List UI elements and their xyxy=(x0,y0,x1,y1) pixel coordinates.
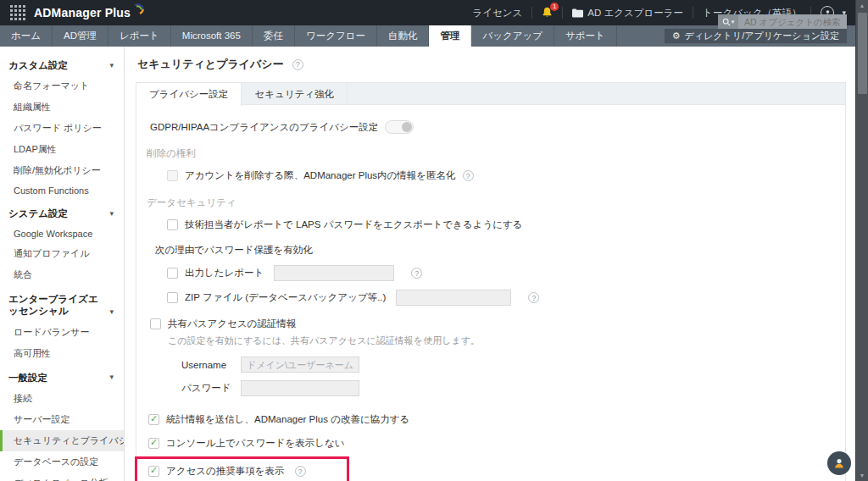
password-input[interactable] xyxy=(241,380,359,396)
help-icon[interactable]: ? xyxy=(463,170,474,181)
sidebar-item-database-settings[interactable]: データベースの設定 xyxy=(0,451,124,473)
vertical-scrollbar[interactable]: ▲ ▼ xyxy=(855,0,868,481)
access-recommendation-checkbox[interactable] xyxy=(148,466,159,477)
sidebar-section-system-settings[interactable]: システム設定 ▾ xyxy=(0,200,124,224)
help-icon[interactable]: ? xyxy=(411,268,422,279)
sidebar-item-security-privacy[interactable]: セキュリティとプライバシー xyxy=(0,430,124,451)
gear-icon: ⚙ xyxy=(672,31,681,41)
sidebar-section-general-settings[interactable]: 一般設定 ▾ xyxy=(0,364,124,388)
gdpr-compliance-toggle[interactable] xyxy=(385,120,414,134)
tab-privacy-settings[interactable]: プライバシー設定 xyxy=(136,83,242,106)
tab-workflow[interactable]: ワークフロー xyxy=(295,25,377,47)
sidebar-item-disk-space-analysis[interactable]: ディスクスペース分析 xyxy=(0,473,124,481)
chevron-down-icon: ▾ xyxy=(109,209,114,218)
notification-badge: 1 xyxy=(550,3,559,11)
sidebar-section-custom-settings[interactable]: カスタム設定 ▾ xyxy=(0,52,124,75)
notifications-button[interactable]: 1 xyxy=(542,7,553,19)
support-chat-button[interactable] xyxy=(827,451,851,475)
help-icon[interactable]: ? xyxy=(292,59,303,70)
hide-password-console-label: コンソール上でパスワードを表示しない xyxy=(166,437,345,450)
username-input[interactable] xyxy=(241,357,359,373)
logo-swoosh-icon xyxy=(132,3,146,16)
zip-password-input[interactable] xyxy=(396,290,511,306)
help-icon[interactable]: ? xyxy=(528,292,539,303)
chevron-down-icon: ▾ xyxy=(109,373,114,382)
sidebar-item-ldap-attributes[interactable]: LDAP属性 xyxy=(0,139,124,160)
sidebar-item-password-policy[interactable]: パスワード ポリシー xyxy=(0,118,124,139)
chevron-down-icon: ▾ xyxy=(732,19,735,25)
zip-files-checkbox[interactable] xyxy=(167,292,178,303)
settings-sidebar: カスタム設定 ▾ 命名フォーマット 組織属性 パスワード ポリシー LDAP属性… xyxy=(0,47,125,481)
tab-ad-management[interactable]: AD管理 xyxy=(53,25,108,47)
tab-automation[interactable]: 自動化 xyxy=(377,25,430,47)
send-statistics-checkbox[interactable] xyxy=(148,414,159,425)
gdpr-toggle-label: GDPR/HIPAAコンプライアンスのプライバシー設定 xyxy=(150,121,378,134)
username-label: Username xyxy=(181,360,234,370)
sidebar-item-google-workspace[interactable]: Google Workspace xyxy=(0,224,124,243)
right-to-erasure-label: 削除の権利 xyxy=(147,147,833,160)
license-link[interactable]: ライセンス xyxy=(472,7,522,19)
password-label: パスワード xyxy=(181,382,234,395)
exported-reports-label: 出力したレポート xyxy=(185,267,264,279)
shared-path-hint: この設定を有効にするには、共有パスアクセスに認証情報を使用します。 xyxy=(168,334,833,347)
data-security-label: データセキュリティ xyxy=(147,196,833,209)
help-icon[interactable]: ? xyxy=(295,466,306,477)
tab-security-hardening[interactable]: セキュリティ強化 xyxy=(242,83,348,104)
tab-support[interactable]: サポート xyxy=(554,25,617,47)
exported-reports-checkbox[interactable] xyxy=(167,268,178,279)
sidebar-item-delete-disable-policy[interactable]: 削除/無効化ポリシー xyxy=(0,160,124,181)
page-title: セキュリティとプライバシー xyxy=(137,57,284,72)
sidebar-item-integration[interactable]: 統合 xyxy=(0,264,124,285)
scrollbar-thumb[interactable] xyxy=(858,13,867,94)
password-protect-title: 次の理由でパスワード保護を有効化 xyxy=(155,244,833,257)
tab-home[interactable]: ホーム xyxy=(0,25,53,47)
global-search[interactable]: ▾ xyxy=(718,14,847,29)
product-logo: ADManager Plus xyxy=(34,6,131,19)
main-content: セキュリティとプライバシー ? プライバシー設定 セキュリティ強化 GDPR/H… xyxy=(125,47,868,481)
divider xyxy=(693,7,693,19)
send-statistics-label: 統計情報を送信し、ADManager Plus の改善に協力する xyxy=(166,413,409,426)
settings-tabbox: プライバシー設定 セキュリティ強化 GDPR/HIPAAコンプライアンスのプライ… xyxy=(136,82,846,481)
person-icon xyxy=(832,456,846,470)
sidebar-section-enterprise-essentials[interactable]: エンタープライズエッセンシャル ▾ xyxy=(0,285,124,322)
anonymize-label: アカウントを削除する際、ADManager Plus内の情報を匿名化 xyxy=(185,169,456,182)
shared-path-checkbox[interactable] xyxy=(150,318,161,329)
folder-icon xyxy=(572,8,583,18)
privacy-settings-panel: GDPR/HIPAAコンプライアンスのプライバシー設定 削除の権利 アカウントを… xyxy=(136,105,845,481)
scroll-down-icon[interactable]: ▼ xyxy=(856,473,868,478)
apps-grid-icon[interactable] xyxy=(10,5,25,20)
ad-explorer-link[interactable]: AD エクスプローラー xyxy=(572,7,683,19)
search-icon xyxy=(722,18,731,26)
tab-backup[interactable]: バックアップ xyxy=(471,25,554,47)
sidebar-item-naming-format[interactable]: 命名フォーマット xyxy=(0,75,124,97)
divider xyxy=(562,7,563,19)
sidebar-item-connection[interactable]: 接続 xyxy=(0,388,124,409)
hide-password-console-checkbox[interactable] xyxy=(148,438,159,449)
laps-export-checkbox[interactable] xyxy=(167,219,178,230)
shared-path-label: 共有パスアクセスの認証情報 xyxy=(168,318,296,330)
sidebar-item-server-settings[interactable]: サーバー設定 xyxy=(0,409,124,430)
anonymize-checkbox[interactable] xyxy=(167,170,178,181)
search-scope-button[interactable]: ▾ xyxy=(718,14,738,29)
sidebar-item-load-balancer[interactable]: ロードバランサー xyxy=(0,322,124,343)
laps-export-label: 技術担当者がレポートで LAPS パスワードをエクスポートできるようにする xyxy=(185,218,523,231)
tab-microsoft-365[interactable]: Microsoft 365 xyxy=(171,25,253,47)
divider xyxy=(531,7,532,19)
exported-reports-password-input[interactable] xyxy=(274,265,394,281)
scroll-up-icon[interactable]: ▲ xyxy=(856,3,868,8)
access-recommendation-label: アクセスの推奨事項を表示 xyxy=(166,465,285,478)
sidebar-item-notification-profile[interactable]: 通知プロファイル xyxy=(0,243,124,264)
tab-reports[interactable]: レポート xyxy=(108,25,171,47)
sidebar-item-custom-functions[interactable]: Custom Functions xyxy=(0,181,124,200)
sidebar-item-org-attributes[interactable]: 組織属性 xyxy=(0,97,124,118)
chevron-down-icon: ▾ xyxy=(109,307,114,317)
tab-admin[interactable]: 管理 xyxy=(429,25,471,47)
zip-files-label: ZIP ファイル (データベースバックアップ等..) xyxy=(185,291,386,304)
sidebar-item-high-availability[interactable]: 高可用性 xyxy=(0,343,124,364)
search-input[interactable] xyxy=(738,17,843,27)
highlight-red-box: アクセスの推奨事項を表示 ? xyxy=(135,456,349,481)
chevron-down-icon: ▾ xyxy=(109,61,114,70)
tab-delegation[interactable]: 委任 xyxy=(253,25,295,47)
directory-app-settings-button[interactable]: ⚙ ディレクトリ/アプリケーション設定 xyxy=(664,28,848,44)
